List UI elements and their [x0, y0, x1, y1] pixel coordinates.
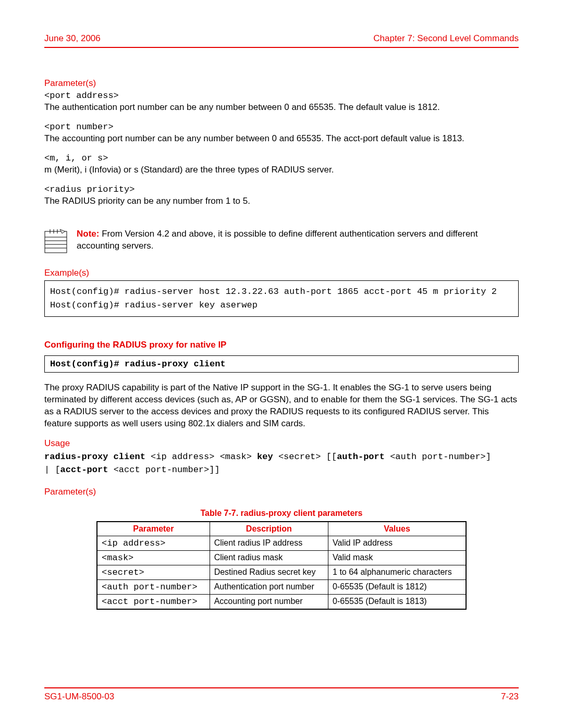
cell-param: <acct port-number> [97, 595, 210, 610]
cell-desc: Authentication port number [210, 580, 328, 595]
cell-values: 0-65535 (Default is 1812) [328, 580, 466, 595]
example-code: Host(config)# radius-server host 12.3.22… [44, 280, 519, 317]
th-values: Values [328, 522, 466, 536]
cell-desc: Accounting port number [210, 595, 328, 610]
usage-line2-pre: | [ [44, 465, 60, 475]
section-usage: Usage [44, 438, 519, 449]
note-text: Note: From Version 4.2 and above, it is … [77, 228, 519, 252]
note-block: Note: From Version 4.2 and above, it is … [44, 228, 519, 253]
cell-values: Valid mask [328, 551, 466, 565]
cell-values: 0-65535 (Default is 1813) [328, 595, 466, 610]
section-examples: Example(s) [44, 268, 519, 278]
page-header: June 30, 2006 Chapter 7: Second Level Co… [44, 33, 519, 48]
note-label: Note: [77, 229, 99, 239]
table-row: <secret> Destined Radius secret key 1 to… [97, 565, 466, 580]
subheading-proxy: Configuring the RADIUS proxy for native … [44, 340, 519, 350]
usage-t2: <secret> [[ [273, 452, 337, 462]
note-body: From Version 4.2 and above, it is possib… [77, 229, 478, 251]
usage-b4: acct-port [60, 465, 108, 475]
section-parameters-2: Parameter(s) [44, 487, 519, 497]
svg-rect-0 [45, 231, 67, 253]
param-desc-2: m (Merit), i (Infovia) or s (Standard) a… [44, 164, 519, 176]
cell-param: <secret> [97, 565, 210, 580]
parameters-table: Parameter Description Values <ip address… [96, 521, 467, 610]
cell-desc: Destined Radius secret key [210, 565, 328, 580]
command-box: Host(config)# radius-proxy client [44, 355, 519, 373]
cell-values: 1 to 64 alphanumeric characters [328, 565, 466, 580]
table-row: <ip address> Client radius IP address Va… [97, 536, 466, 551]
param-code-3: <radius priority> [44, 184, 519, 194]
usage-b3: auth-port [337, 452, 385, 462]
proxy-description: The proxy RADIUS capability is part of t… [44, 382, 519, 430]
usage-syntax: radius-proxy client <ip address> <mask> … [44, 451, 519, 476]
usage-t1: <ip address> <mask> [145, 452, 257, 462]
table-row: <auth port-number> Authentication port n… [97, 580, 466, 595]
page: June 30, 2006 Chapter 7: Second Level Co… [0, 0, 563, 728]
notepad-icon [44, 228, 67, 253]
th-description: Description [210, 522, 328, 536]
param-desc-1: The accounting port number can be any nu… [44, 133, 519, 145]
footer-doc-id: SG1-UM-8500-03 [44, 692, 114, 702]
param-code-2: <m, i, or s> [44, 153, 519, 163]
cell-param: <ip address> [97, 536, 210, 551]
usage-t3: <auth port-number>] [385, 452, 491, 462]
usage-b1: radius-proxy client [44, 452, 145, 462]
param-code-1: <port number> [44, 122, 519, 132]
header-chapter: Chapter 7: Second Level Commands [373, 33, 519, 44]
section-parameters: Parameter(s) [44, 78, 519, 89]
cell-desc: Client radius IP address [210, 536, 328, 551]
table-row: <acct port-number> Accounting port numbe… [97, 595, 466, 610]
page-footer: SG1-UM-8500-03 7-23 [44, 687, 519, 702]
param-code-0: <port address> [44, 91, 519, 101]
usage-t4: <acct port-number>]] [108, 465, 219, 475]
param-desc-3: The RADIUS priority can be any number fr… [44, 195, 519, 207]
cell-param: <auth port-number> [97, 580, 210, 595]
footer-page-num: 7-23 [501, 692, 519, 702]
cell-desc: Client radius mask [210, 551, 328, 565]
cell-param: <mask> [97, 551, 210, 565]
usage-b2: key [257, 452, 273, 462]
header-date: June 30, 2006 [44, 33, 101, 44]
table-row: <mask> Client radius mask Valid mask [97, 551, 466, 565]
cell-values: Valid IP address [328, 536, 466, 551]
table-caption: Table 7-7. radius-proxy client parameter… [44, 509, 519, 518]
th-parameter: Parameter [97, 522, 210, 536]
param-desc-0: The authentication port number can be an… [44, 102, 519, 114]
table-header-row: Parameter Description Values [97, 522, 466, 536]
